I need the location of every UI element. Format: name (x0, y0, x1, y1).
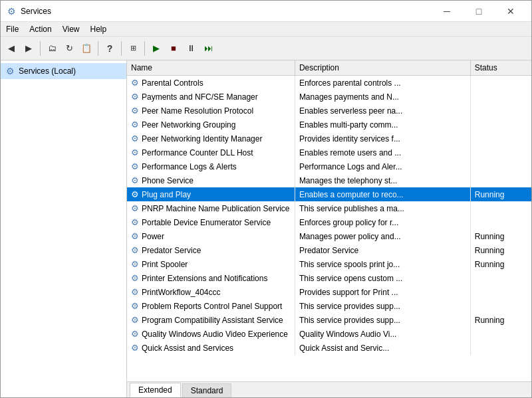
service-description-cell: Enables a computer to reco... (295, 187, 470, 201)
forward-button[interactable]: ▶ (21, 41, 37, 56)
back-button[interactable]: ◀ (3, 41, 19, 56)
service-status-cell (470, 299, 531, 313)
service-name-text: Power (142, 232, 164, 241)
service-name-text: Peer Networking Grouping (142, 120, 235, 130)
toolbar-separator-1 (40, 41, 41, 56)
tab-bar: Extended Standard (127, 381, 531, 397)
table-row[interactable]: ⚙Peer Networking Identity ManagerProvide… (127, 132, 531, 146)
services-window: ⚙ Services ─ □ ✕ File Action View Help ◀… (0, 0, 532, 398)
main-area: ⚙ Services (Local) Name Description Stat… (1, 60, 531, 397)
service-status-cell (470, 159, 531, 173)
menu-file[interactable]: File (1, 23, 24, 35)
service-name-text: Printer Extensions and Notifications (142, 274, 267, 283)
table-row[interactable]: ⚙PNRP Machine Name Publication ServiceTh… (127, 201, 531, 215)
table-row[interactable]: ⚙Peer Networking GroupingEnables multi-p… (127, 118, 531, 132)
table-row[interactable]: ⚙Program Compatibility Assistant Service… (127, 313, 531, 327)
pause-service-button[interactable]: ⏸ (183, 41, 199, 56)
column-description[interactable]: Description (295, 60, 470, 76)
service-description-cell: Provides support for Print ... (295, 285, 470, 299)
service-status-cell (470, 271, 531, 285)
service-status-cell: Running (470, 313, 531, 327)
service-name-text: Quick Assist and Services (142, 344, 233, 353)
service-icon: ⚙ (131, 161, 139, 171)
service-status-cell (470, 146, 531, 159)
table-row[interactable]: ⚙Payments and NFC/SE ManagerManages paym… (127, 90, 531, 104)
column-name[interactable]: Name (127, 60, 295, 76)
service-description-cell: Manages the telephony st... (295, 173, 470, 187)
service-status-cell (470, 118, 531, 132)
service-icon: ⚙ (131, 203, 139, 213)
help-button[interactable]: ? (102, 41, 118, 56)
services-local-icon: ⚙ (6, 66, 15, 76)
table-row[interactable]: ⚙Print SpoolerThis service spools print … (127, 257, 531, 271)
table-row[interactable]: ⚙PrintWorkflow_404cccProvides support fo… (127, 285, 531, 299)
menu-view[interactable]: View (57, 23, 85, 35)
column-status[interactable]: Status (470, 60, 531, 76)
service-description-cell: This service opens custom ... (295, 271, 470, 285)
service-name-text: Quality Windows Audio Video Experience (142, 330, 288, 339)
service-description-cell: This service spools print jo... (295, 257, 470, 271)
service-name-cell: ⚙Peer Name Resolution Protocol (127, 104, 295, 118)
sidebar-item-local[interactable]: ⚙ Services (Local) (1, 63, 126, 79)
toolbar-separator-2 (98, 41, 98, 56)
table-row[interactable]: ⚙Predator ServicePredator ServiceRunning (127, 243, 531, 257)
menu-help[interactable]: Help (85, 23, 112, 35)
service-name-text: Performance Logs & Alerts (142, 162, 237, 171)
tab-standard[interactable]: Standard (182, 383, 232, 397)
service-status-cell (470, 173, 531, 187)
table-row[interactable]: ⚙Performance Logs & AlertsPerformance Lo… (127, 159, 531, 173)
table-row[interactable]: ⚙PowerManages power policy and...Running (127, 229, 531, 243)
service-description-cell: Performance Logs and Aler... (295, 159, 470, 173)
service-icon: ⚙ (131, 217, 139, 227)
service-name-cell: ⚙Printer Extensions and Notifications (127, 271, 295, 285)
service-name-cell: ⚙Peer Networking Grouping (127, 118, 295, 132)
table-row[interactable]: ⚙Plug and PlayEnables a computer to reco… (127, 187, 531, 201)
table-row[interactable]: ⚙Quality Windows Audio Video ExperienceQ… (127, 327, 531, 341)
table-row[interactable]: ⚙Parental ControlsEnforces parental cont… (127, 76, 531, 90)
maximize-button[interactable]: □ (464, 1, 494, 21)
minimize-button[interactable]: ─ (432, 1, 462, 21)
services-table-container[interactable]: Name Description Status ⚙Parental Contro… (127, 60, 531, 381)
service-name-cell: ⚙Parental Controls (127, 76, 295, 90)
start-service-button[interactable]: ▶ (148, 41, 164, 56)
close-button[interactable]: ✕ (495, 1, 526, 21)
table-row[interactable]: ⚙Problem Reports Control Panel SupportTh… (127, 299, 531, 313)
table-row[interactable]: ⚙Portable Device Enumerator ServiceEnfor… (127, 215, 531, 229)
service-status-cell: Running (470, 229, 531, 243)
export-button[interactable]: 📋 (78, 41, 94, 56)
table-row[interactable]: ⚙Quick Assist and ServicesQuick Assist a… (127, 341, 531, 355)
service-description-cell: Quality Windows Audio Vi... (295, 327, 470, 341)
show-hide-button[interactable]: 🗂 (44, 41, 60, 56)
toolbar-separator-4 (144, 41, 145, 56)
service-icon: ⚙ (131, 259, 139, 269)
service-icon: ⚙ (131, 329, 139, 339)
service-description-cell: Enforces parental controls ... (295, 76, 470, 90)
service-name-text: Program Compatibility Assistant Service (142, 316, 283, 325)
table-row[interactable]: ⚙Performance Counter DLL HostEnables rem… (127, 146, 531, 159)
service-name-text: Payments and NFC/SE Manager (142, 92, 258, 102)
service-description-cell: Enables serverless peer na... (295, 104, 470, 118)
service-name-text: PNRP Machine Name Publication Service (142, 204, 290, 213)
service-icon: ⚙ (131, 273, 139, 283)
service-name-text: Peer Networking Identity Manager (142, 134, 262, 144)
tab-extended[interactable]: Extended (130, 383, 181, 397)
service-description-cell: Manages power policy and... (295, 229, 470, 243)
service-description-cell: This service provides supp... (295, 299, 470, 313)
table-row[interactable]: ⚙Phone ServiceManages the telephony st..… (127, 173, 531, 187)
table-row[interactable]: ⚙Printer Extensions and NotificationsThi… (127, 271, 531, 285)
service-name-text: Performance Counter DLL Host (142, 148, 253, 157)
resume-service-button[interactable]: ⏭ (200, 41, 216, 56)
refresh-button[interactable]: ↻ (61, 41, 77, 56)
menu-action[interactable]: Action (24, 23, 57, 35)
service-status-cell (470, 90, 531, 104)
stop-service-button[interactable]: ■ (166, 41, 182, 56)
services-table: Name Description Status ⚙Parental Contro… (127, 60, 531, 355)
service-name-cell: ⚙Phone Service (127, 173, 295, 187)
service-description-cell: Provides identity services f... (295, 132, 470, 146)
table-row[interactable]: ⚙Peer Name Resolution ProtocolEnables se… (127, 104, 531, 118)
service-status-cell (470, 215, 531, 229)
service-icon: ⚙ (131, 301, 139, 311)
menu-bar: File Action View Help (1, 22, 531, 37)
properties-button[interactable]: ⊞ (125, 41, 141, 56)
service-name-cell: ⚙Payments and NFC/SE Manager (127, 90, 295, 104)
